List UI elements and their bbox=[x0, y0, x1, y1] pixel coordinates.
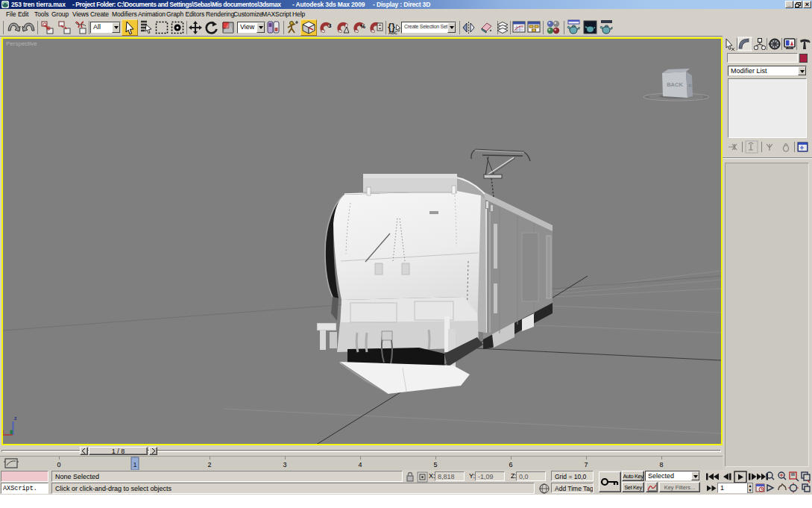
svg-text:z: z bbox=[14, 416, 17, 421]
svg-text:BACK: BACK bbox=[667, 81, 683, 88]
svg-text:%: % bbox=[360, 23, 365, 30]
svg-text:2: 2 bbox=[207, 461, 211, 468]
svg-text:3: 3 bbox=[328, 22, 332, 29]
svg-text:ABC: ABC bbox=[388, 31, 397, 35]
svg-text:6: 6 bbox=[509, 461, 512, 468]
svg-text:7: 7 bbox=[584, 461, 588, 468]
svg-text:8: 8 bbox=[659, 461, 663, 468]
svg-text:Perspective: Perspective bbox=[6, 40, 37, 47]
svg-text:0: 0 bbox=[57, 461, 60, 468]
svg-text:x: x bbox=[3, 429, 4, 434]
svg-text:3: 3 bbox=[283, 461, 286, 468]
svg-text:R: R bbox=[688, 84, 692, 88]
svg-text:4: 4 bbox=[358, 461, 362, 468]
svg-text:5: 5 bbox=[433, 461, 437, 468]
svg-text:1: 1 bbox=[133, 461, 136, 468]
